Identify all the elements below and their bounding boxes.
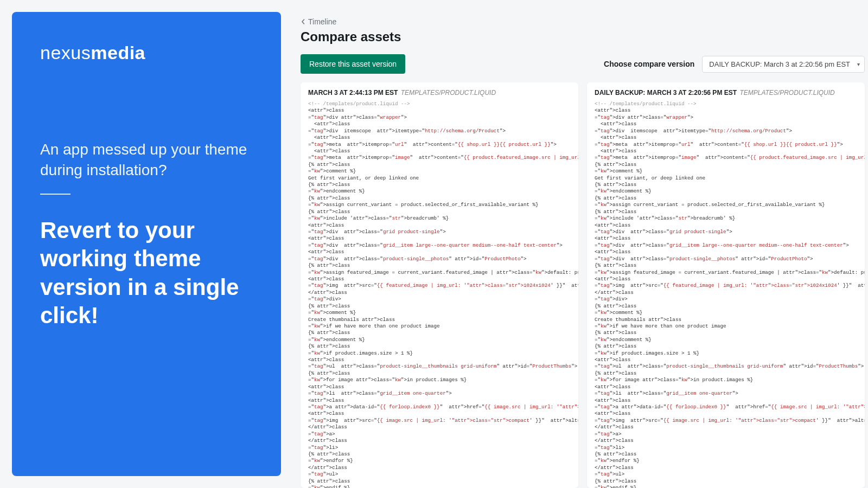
promo-lead: An app messed up your theme during insta…	[40, 139, 253, 181]
version-select[interactable]: DAILY BACKUP: March 3 at 2:20:56 pm EST	[702, 56, 865, 73]
restore-button[interactable]: Restore this asset version	[301, 54, 405, 74]
version-select-value: DAILY BACKUP: March 3 at 2:20:56 pm EST	[709, 60, 850, 68]
breadcrumb-back[interactable]: Timeline	[301, 17, 865, 26]
diff-pane-right: DAILY BACKUP: MARCH 3 AT 2:20:56 PM EST …	[587, 82, 865, 488]
pane-header-right: DAILY BACKUP: MARCH 3 AT 2:20:56 PM EST …	[587, 82, 865, 101]
main-content: Timeline Compare assets Restore this ass…	[293, 0, 868, 488]
pane-timestamp: MARCH 3 AT 2:44:13 PM EST	[308, 89, 398, 97]
brand-prefix: nexus	[40, 42, 91, 63]
pane-header-left: MARCH 3 AT 2:44:13 PM EST TEMPLATES/PROD…	[301, 82, 578, 101]
compare-version-label: Choose compare version	[604, 60, 694, 68]
promo-sidebar: nexusmedia An app messed up your theme d…	[0, 0, 293, 488]
chevron-left-icon	[301, 17, 306, 26]
brand-logo: nexusmedia	[40, 42, 253, 63]
toolbar: Restore this asset version Choose compar…	[301, 54, 865, 74]
pane-path: TEMPLATES/PRODUCT.LIQUID	[739, 89, 834, 97]
brand-suffix: media	[91, 42, 145, 63]
diff-pane-left: MARCH 3 AT 2:44:13 PM EST TEMPLATES/PROD…	[301, 82, 578, 488]
code-right[interactable]: <!-- /templates/product.liquid --><attr"…	[587, 101, 865, 488]
breadcrumb-label: Timeline	[308, 17, 336, 26]
page-title: Compare assets	[301, 29, 865, 44]
pane-timestamp: DAILY BACKUP: MARCH 3 AT 2:20:56 PM EST	[595, 89, 737, 97]
pane-path: TEMPLATES/PRODUCT.LIQUID	[401, 89, 496, 97]
divider	[40, 194, 71, 195]
promo-card: nexusmedia An app messed up your theme d…	[12, 12, 281, 476]
code-left[interactable]: <!-- /templates/product.liquid --><attr"…	[301, 101, 578, 488]
diff-area: MARCH 3 AT 2:44:13 PM EST TEMPLATES/PROD…	[301, 82, 865, 488]
promo-headline: Revert to your working theme version in …	[40, 216, 253, 330]
